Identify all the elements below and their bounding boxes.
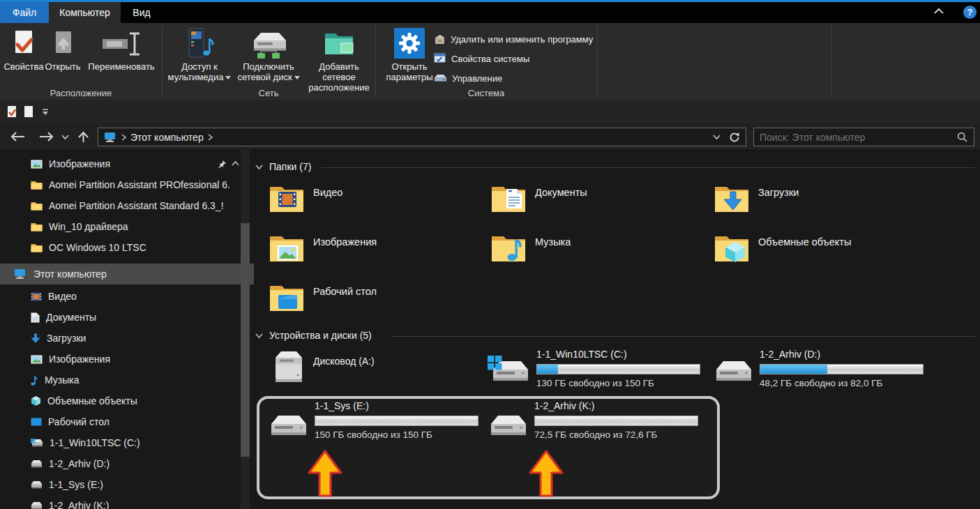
system-properties-label: Свойства системы bbox=[451, 54, 529, 64]
media-access-icon bbox=[183, 25, 216, 61]
drive-tile-c[interactable]: 1-1_Win10LTSC (C:) 130 ГБ свободно из 15… bbox=[490, 349, 702, 389]
back-button[interactable] bbox=[7, 123, 28, 150]
drive-name: 1-1_Win10LTSC (C:) bbox=[536, 349, 702, 360]
open-settings-button[interactable]: Открыть параметры bbox=[382, 25, 437, 82]
map-network-drive-icon bbox=[250, 25, 287, 61]
open-label: Открыть bbox=[45, 61, 80, 72]
sidebar-item-drive-d[interactable]: 1-2_Arhiv (D:) bbox=[0, 453, 271, 474]
pictures-folder-icon bbox=[269, 231, 305, 264]
drive-name: 1-2_Arhiv (D:) bbox=[760, 349, 925, 360]
ribbon-separator bbox=[375, 25, 376, 98]
search-box[interactable] bbox=[753, 128, 974, 146]
sidebar-item-os-windows10-ltsc[interactable]: ОС Windows 10 LTSC bbox=[0, 237, 271, 258]
folder-tile-videos[interactable]: Видео bbox=[269, 181, 478, 223]
map-network-drive-button[interactable]: Подключить сетевой диск bbox=[234, 25, 303, 82]
map-network-drive-label: Подключить сетевой диск bbox=[234, 61, 303, 82]
folder-tile-pictures[interactable]: Изображения bbox=[269, 231, 478, 273]
sidebar-item-pictures-pinned[interactable]: Изображения bbox=[0, 153, 271, 174]
ribbon-separator bbox=[162, 25, 163, 98]
drive-tile-k[interactable]: 1-2_Arhiv (K:) 72,5 ГБ свободно из 72,6 … bbox=[488, 400, 700, 441]
qat-properties-icon[interactable] bbox=[7, 105, 17, 118]
breadcrumb-chevron-icon[interactable] bbox=[208, 134, 213, 141]
sidebar-item-desktop[interactable]: Рабочий стол bbox=[0, 411, 271, 432]
sidebar-item-label: ОС Windows 10 LTSC bbox=[49, 242, 146, 253]
qat-customize-caret-icon[interactable] bbox=[42, 109, 49, 116]
manage-button[interactable]: Управление bbox=[434, 69, 502, 87]
recent-locations-caret-icon[interactable] bbox=[59, 123, 71, 150]
search-icon[interactable] bbox=[957, 132, 967, 142]
drive-tile-d[interactable]: 1-2_Arhiv (D:) 48,2 ГБ свободно из 82,0 … bbox=[714, 349, 925, 389]
sidebar-item-pictures[interactable]: Изображения bbox=[0, 349, 271, 370]
group-label-network: Сеть bbox=[162, 88, 375, 98]
properties-icon bbox=[10, 25, 38, 61]
sidebar-scrollbar-thumb[interactable] bbox=[241, 223, 250, 457]
folder-tile-documents[interactable]: Документы bbox=[490, 181, 700, 223]
media-access-button[interactable]: Доступ к мультимедиа bbox=[167, 25, 232, 82]
dropdown-caret-icon bbox=[225, 76, 231, 79]
forward-button[interactable] bbox=[36, 123, 57, 150]
sidebar-item-videos[interactable]: Видео bbox=[0, 286, 271, 307]
address-bar[interactable]: Этот компьютер bbox=[98, 128, 746, 146]
sidebar-item-drive-k[interactable]: 1-2_Arhiv (K:) bbox=[0, 495, 271, 509]
properties-button[interactable]: Свойства bbox=[4, 25, 43, 72]
rename-icon bbox=[101, 25, 142, 61]
documents-folder-icon bbox=[490, 181, 527, 215]
drive-usage-bar bbox=[315, 416, 478, 426]
sidebar-item-documents[interactable]: Документы bbox=[0, 307, 271, 328]
sidebar-item-aomei-standard[interactable]: Aomei Partition Assistant Standard 6.3_! bbox=[0, 195, 271, 216]
qat-new-folder-icon[interactable] bbox=[24, 105, 33, 118]
breadcrumb-chevron-icon[interactable] bbox=[121, 134, 126, 141]
sidebar-item-label: 1-1_Sys (E:) bbox=[49, 479, 103, 490]
drive-name: 1-1_Sys (E:) bbox=[315, 400, 480, 412]
sidebar-item-music[interactable]: Музыка bbox=[0, 370, 271, 390]
drives-group-header[interactable]: Устройства и диски (5) bbox=[255, 330, 372, 341]
collapse-ribbon-chevron-icon[interactable] bbox=[933, 8, 944, 15]
tab-file[interactable]: Файл bbox=[0, 2, 49, 23]
address-dropdown-caret-icon[interactable] bbox=[713, 135, 721, 139]
open-settings-label: Открыть параметры bbox=[382, 61, 437, 82]
folder-tile-label: Рабочий стол bbox=[313, 280, 377, 322]
group-divider bbox=[392, 336, 975, 337]
tab-view[interactable]: Вид bbox=[121, 2, 163, 23]
folder-tile-desktop[interactable]: Рабочий стол bbox=[269, 280, 478, 322]
open-button[interactable]: Открыть bbox=[43, 25, 82, 72]
sidebar-item-label: Win_10 драйвера bbox=[49, 221, 128, 232]
folder-tile-music[interactable]: Музыка bbox=[490, 231, 700, 273]
collapse-group-chevron-icon[interactable] bbox=[232, 161, 239, 166]
pin-icon[interactable] bbox=[218, 160, 227, 169]
sidebar-scrollbar[interactable] bbox=[241, 150, 250, 509]
add-network-location-button[interactable]: Добавить сетевое расположение bbox=[304, 25, 374, 93]
3d-objects-folder-icon bbox=[714, 231, 750, 264]
drive-tile-e[interactable]: 1-1_Sys (E:) 150 ГБ свободно из 150 ГБ bbox=[269, 400, 480, 441]
folder-tile-label: Загрузки bbox=[758, 181, 799, 223]
file-explorer-window: Файл Компьютер Вид ? Свойства Открыть bbox=[0, 0, 980, 509]
sidebar-item-win10-drivers[interactable]: Win_10 драйвера bbox=[0, 216, 271, 237]
search-input[interactable] bbox=[754, 132, 957, 143]
sidebar-item-label: Видео bbox=[48, 291, 77, 302]
sidebar-item-3d-objects[interactable]: Объемные объекты bbox=[0, 390, 271, 411]
sidebar-item-drive-c[interactable]: 1-1_Win10LTSC (C:) bbox=[0, 432, 271, 453]
folder-tile-label: Изображения bbox=[313, 231, 377, 273]
settings-gear-icon bbox=[393, 25, 425, 61]
uninstall-program-button[interactable]: Удалить или изменить программу bbox=[434, 30, 593, 48]
sidebar-item-drive-e[interactable]: 1-1_Sys (E:) bbox=[0, 474, 271, 495]
refresh-icon[interactable] bbox=[729, 132, 740, 143]
rename-button[interactable]: Переименовать bbox=[82, 25, 160, 72]
help-icon[interactable]: ? bbox=[963, 6, 977, 19]
sidebar-item-this-pc[interactable]: Этот компьютер bbox=[0, 264, 254, 284]
up-button[interactable] bbox=[74, 123, 92, 150]
breadcrumb-this-pc[interactable]: Этот компьютер bbox=[130, 132, 204, 143]
folder-tile-label: Видео bbox=[313, 181, 342, 223]
sidebar-item-aomei-pro[interactable]: Aomei Partition Assistant PROfessional 6… bbox=[0, 174, 271, 195]
folders-group-header[interactable]: Папки (7) bbox=[255, 161, 311, 172]
folder-tile-downloads[interactable]: Загрузки bbox=[714, 181, 923, 223]
sidebar-item-label: 1-2_Arhiv (K:) bbox=[49, 500, 109, 509]
drive-free-space: 130 ГБ свободно из 150 ГБ bbox=[536, 377, 702, 389]
drive-tile-a[interactable]: Дисковод (A:) bbox=[269, 349, 478, 385]
tab-computer[interactable]: Компьютер bbox=[49, 2, 121, 23]
system-properties-button[interactable]: Свойства системы bbox=[434, 50, 529, 68]
sidebar-item-downloads[interactable]: Загрузки bbox=[0, 328, 271, 349]
folder-tile-3d-objects[interactable]: Объемные объекты bbox=[714, 231, 923, 273]
open-icon bbox=[49, 25, 77, 61]
manage-icon bbox=[434, 73, 447, 83]
